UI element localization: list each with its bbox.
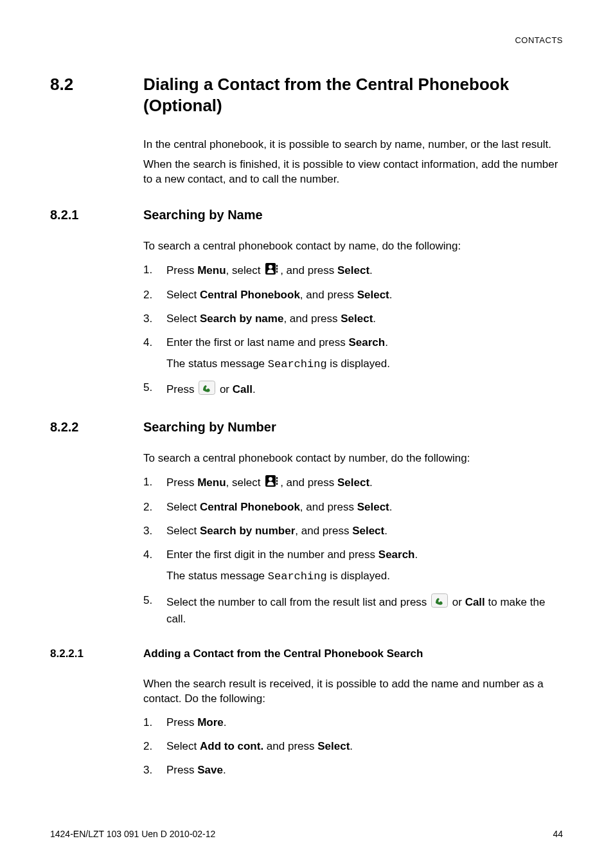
list-item: Select Add to cont. and press Select.: [166, 739, 563, 754]
subsection-number: 8.2.2: [50, 420, 143, 435]
svg-rect-3: [276, 267, 278, 269]
footer-doc-id: 1424-EN/LZT 103 091 Uen D 2010-02-12: [50, 829, 215, 839]
list-item: Enter the first or last name and press S…: [166, 336, 563, 372]
list-number: 5.: [143, 593, 166, 608]
list-item: Enter the first digit in the number and …: [166, 548, 563, 584]
call-icon: [431, 593, 448, 612]
svg-rect-11: [432, 594, 448, 608]
call-icon: [199, 381, 215, 399]
list-number: 3.: [143, 312, 166, 327]
list-item: Press Menu, select , and press Select.: [166, 263, 563, 279]
list-number: 1.: [143, 263, 166, 278]
list-number: 1.: [143, 475, 166, 490]
section-number: 8.2: [50, 74, 143, 95]
svg-rect-2: [276, 265, 278, 267]
list-item: Select Central Phonebook, and press Sele…: [166, 500, 563, 515]
svg-point-1: [269, 265, 272, 269]
sub2-intro: To search a central phonebook contact by…: [143, 451, 563, 466]
sub3-intro: When the search result is received, it i…: [143, 677, 563, 707]
contacts-icon: [265, 263, 278, 279]
list-number: 3.: [143, 524, 166, 539]
section-intro-2: When the search is finished, it is possi…: [143, 158, 563, 187]
list-item: Press Save.: [166, 763, 563, 778]
footer-page-number: 44: [553, 829, 563, 839]
list-item: Press or Call.: [166, 381, 563, 399]
svg-rect-9: [276, 480, 278, 482]
section-title: Dialing a Contact from the Central Phone…: [143, 74, 563, 116]
svg-rect-10: [276, 483, 278, 485]
running-header: CONTACTS: [515, 35, 563, 45]
list-number: 2.: [143, 500, 166, 515]
svg-point-7: [269, 477, 272, 481]
svg-rect-8: [276, 477, 278, 479]
subsubsection-number: 8.2.2.1: [50, 647, 143, 660]
list-item: Select Search by number, and press Selec…: [166, 524, 563, 539]
list-item: Select Search by name, and press Select.: [166, 312, 563, 327]
sub1-intro: To search a central phonebook contact by…: [143, 239, 563, 254]
contacts-icon: [265, 475, 278, 491]
section-intro-1: In the central phonebook, it is possible…: [143, 138, 563, 152]
list-number: 2.: [143, 739, 166, 754]
list-number: 1.: [143, 716, 166, 730]
subsection-title: Searching by Number: [143, 420, 563, 435]
list-item: Press More.: [166, 716, 563, 730]
list-number: 3.: [143, 763, 166, 778]
list-item: Select Central Phonebook, and press Sele…: [166, 288, 563, 303]
list-number: 2.: [143, 288, 166, 303]
subsubsection-title: Adding a Contact from the Central Phoneb…: [143, 647, 563, 660]
list-number: 4.: [143, 336, 166, 350]
subsection-title: Searching by Name: [143, 208, 563, 222]
list-number: 4.: [143, 548, 166, 563]
list-number: 5.: [143, 381, 166, 395]
svg-rect-4: [276, 271, 278, 273]
list-item: Press Menu, select , and press Select.: [166, 475, 563, 491]
svg-rect-5: [199, 381, 215, 395]
list-item: Select the number to call from the resul…: [166, 593, 563, 627]
subsection-number: 8.2.1: [50, 208, 143, 222]
